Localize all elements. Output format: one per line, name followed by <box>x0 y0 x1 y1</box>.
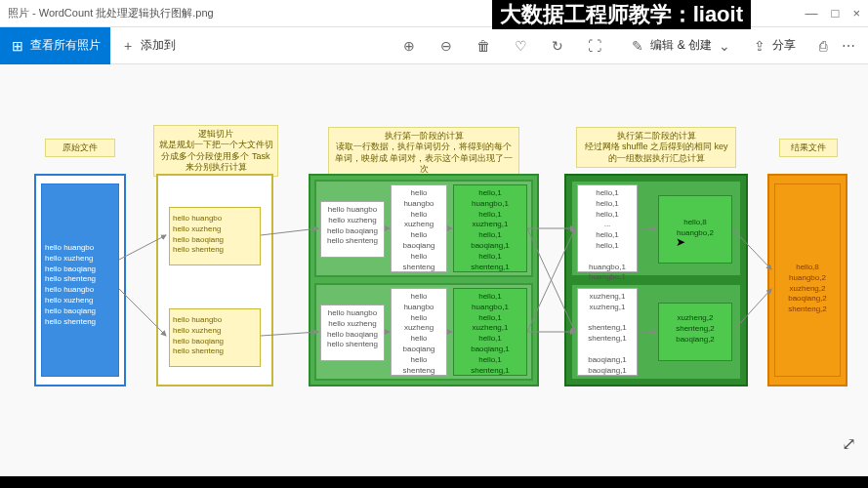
expand-icon[interactable]: ⤢ <box>842 433 856 455</box>
plus-icon: + <box>120 38 136 54</box>
box-m2c: hello,1 huangbo,1 hello,1 xuzheng,1 hell… <box>453 288 527 376</box>
box-m1a: hello huangbo hello xuzheng hello baoqia… <box>320 201 385 258</box>
edit-create-button[interactable]: ✎ 编辑 & 创建 ⌄ <box>620 27 742 64</box>
share-label: 分享 <box>772 37 796 54</box>
note-result: 结果文件 <box>779 139 838 157</box>
note-stage1: 执行第一阶段的计算 读取一行数据，执行单词切分，将得到的每个单词，映射成 单词对… <box>328 127 519 179</box>
box-r2a: xuzheng,1 xuzheng,1 shenteng,1 shenteng,… <box>577 288 638 376</box>
box-r1a: hello,1 hello,1 hello,1 ... hello,1 hell… <box>577 184 638 272</box>
diagram-canvas: 原始文件 逻辑切片 就是规划一下把一个大文件切分成多个分段使用多个 Task 来… <box>0 64 868 476</box>
heart-icon[interactable]: ♡ <box>513 38 528 54</box>
box-r1b: hello,8 huangbo,2 <box>658 195 732 264</box>
toolbar: ⊞ 查看所有照片 + 添加到 ⊕ ⊖ 🗑 ♡ ↻ ⛶ ✎ 编辑 & 创建 ⌄ ⇪… <box>0 27 868 64</box>
zoom-out-icon[interactable]: ⊖ <box>438 38 454 54</box>
box-source: hello huangbo hello xuzheng hello baoqia… <box>41 183 119 377</box>
add-to-button[interactable]: + 添加到 <box>110 27 186 64</box>
rotate-icon[interactable]: ↻ <box>550 38 565 54</box>
more-icon[interactable]: ⋯ <box>841 38 856 54</box>
close-button[interactable]: × <box>852 6 860 20</box>
add-to-label: 添加到 <box>141 37 176 54</box>
box-result: hello,8 huangbo,2 xuzheng,2 baoqiang,2 s… <box>774 183 841 377</box>
box-m2b: hello huangbo hello xuzheng hello baoqia… <box>391 288 447 376</box>
note-source: 原始文件 <box>45 139 115 157</box>
zoom-in-icon[interactable]: ⊕ <box>401 38 417 54</box>
view-all-label: 查看所有照片 <box>30 37 101 54</box>
share-icon: ⇪ <box>752 38 767 54</box>
edit-icon: ✎ <box>630 38 645 54</box>
note-stage2: 执行第二阶段的计算 经过网络 shuffle 之后得到的相同 key 的一组数据… <box>576 127 736 168</box>
print-icon[interactable]: ⎙ <box>815 38 831 54</box>
note-split: 逻辑切片 就是规划一下把一个大文件切分成多个分段使用多个 Task 来分别执行计… <box>153 125 278 177</box>
chevron-down-icon: ⌄ <box>717 38 732 54</box>
box-split1: hello huangbo hello xuzheng hello baoqia… <box>169 207 261 265</box>
video-overlay-title: 大数据工程师教学：liaoit <box>492 0 751 29</box>
trash-icon[interactable]: 🗑 <box>475 38 491 54</box>
minimize-button[interactable]: — <box>806 6 818 20</box>
maximize-button[interactable]: □ <box>832 6 840 20</box>
box-m1c: hello,1 huangbo,1 hello,1 xuzheng,1 hell… <box>453 184 527 272</box>
grid-icon: ⊞ <box>10 38 25 54</box>
box-split2: hello huangbo hello xuzheng hello baoqia… <box>169 308 261 367</box>
view-all-photos-button[interactable]: ⊞ 查看所有照片 <box>0 27 110 64</box>
crop-icon[interactable]: ⛶ <box>587 38 602 54</box>
edit-label: 编辑 & 创建 <box>650 37 712 54</box>
box-r2b: xuzheng,2 shenteng,2 baoqiang,2 <box>658 303 732 361</box>
box-m1b: hello huangbo hello xuzheng hello baoqia… <box>391 184 447 272</box>
mouse-cursor: ➤ <box>676 235 685 249</box>
share-button[interactable]: ⇪ 分享 <box>742 27 806 64</box>
box-m2a: hello huangbo hello xuzheng hello baoqia… <box>320 305 385 361</box>
